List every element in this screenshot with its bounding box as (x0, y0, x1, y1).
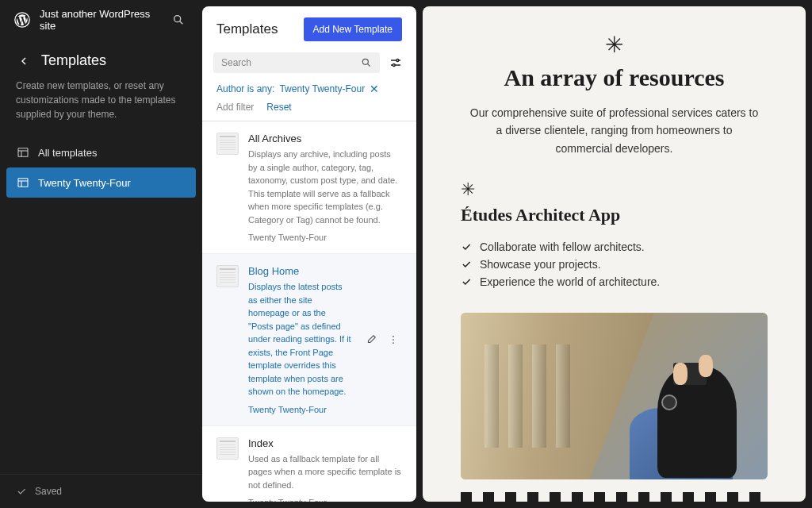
layout-icon (16, 145, 30, 160)
filter-settings-button[interactable] (386, 53, 405, 72)
topbar: Just another WordPress site (0, 0, 202, 40)
asterisk-icon: ✳ (461, 32, 768, 58)
check-icon (461, 259, 472, 270)
layout-icon (16, 175, 30, 190)
svg-point-9 (362, 59, 368, 64)
check-icon (16, 486, 27, 497)
template-body: All Archives Displays any archive, inclu… (248, 133, 402, 242)
save-status: Saved (35, 486, 62, 497)
sidebar-footer: Saved (0, 474, 202, 508)
chip-close-icon[interactable]: ✕ (370, 83, 379, 95)
list-item-text: Collaborate with fellow architects. (480, 241, 645, 253)
list-item: Experience the world of architecture. (461, 273, 768, 291)
check-icon (461, 276, 472, 287)
filter-actions: Add filter Reset (202, 102, 416, 121)
template-author: Twenty Twenty-Four (248, 498, 402, 502)
preview-image (461, 313, 768, 479)
filter-chips: Author is any: Twenty Twenty-Four ✕ (202, 81, 416, 102)
template-description: Displays any archive, including posts by… (248, 148, 402, 226)
search-icon (361, 57, 372, 68)
template-thumbnail (216, 265, 239, 287)
asterisk-icon: ✳ (461, 179, 768, 200)
template-description: Displays the latest posts as either the … (248, 280, 353, 398)
more-options-button[interactable] (385, 331, 402, 348)
panel-header: Templates (0, 40, 202, 79)
list-item-text: Showcase your projects. (480, 258, 601, 271)
template-name: Blog Home (248, 265, 353, 277)
list-item: Collaborate with fellow architects. (461, 238, 768, 256)
panel-description: Create new templates, or reset any custo… (0, 79, 202, 137)
template-preview: ✳ An array of resources Our comprehensiv… (423, 6, 806, 502)
template-name: All Archives (248, 133, 402, 144)
nav-label: All templates (38, 147, 97, 159)
edit-button[interactable] (362, 331, 380, 348)
add-filter-link[interactable]: Add filter (216, 102, 254, 113)
template-item-all-archives[interactable]: All Archives Displays any archive, inclu… (202, 121, 416, 254)
nav-item-all-templates[interactable]: All templates (6, 137, 196, 167)
svg-point-1 (174, 16, 181, 22)
templates-panel: Templates Add New Template Author is any… (202, 6, 416, 502)
template-author: Twenty Twenty-Four (248, 405, 353, 414)
search-input[interactable] (221, 57, 354, 68)
templates-title: Templates (216, 21, 278, 37)
template-name: Index (248, 437, 402, 449)
preview-title: An array of resources (461, 64, 768, 91)
preview-subtitle: Our comprehensive suite of professional … (461, 104, 768, 157)
svg-line-10 (367, 64, 370, 66)
preview-section-title: Études Architect App (461, 205, 768, 225)
template-description: Used as a fallback template for all page… (248, 452, 402, 492)
template-item-blog-home[interactable]: Blog Home Displays the latest posts as e… (202, 254, 416, 426)
search-row (202, 52, 416, 81)
template-list: All Archives Displays any archive, inclu… (202, 121, 416, 502)
svg-rect-6 (18, 179, 28, 187)
list-item: Showcase your projects. (461, 256, 768, 273)
back-button[interactable] (16, 53, 32, 69)
template-body: Index Used as a fallback template for al… (248, 437, 402, 502)
svg-line-2 (180, 21, 183, 25)
sidebar: Just another WordPress site Templates Cr… (0, 0, 202, 508)
feature-list: Collaborate with fellow architects. Show… (461, 238, 768, 291)
svg-rect-3 (18, 148, 28, 157)
pattern-divider (461, 492, 768, 502)
filter-chip-author[interactable]: Author is any: Twenty Twenty-Four ✕ (213, 81, 382, 97)
add-new-template-button[interactable]: Add New Template (304, 17, 403, 41)
template-actions (362, 265, 402, 414)
template-item-index[interactable]: Index Used as a fallback template for al… (202, 426, 416, 502)
svg-point-12 (396, 60, 399, 62)
nav-item-twenty-twenty-four[interactable]: Twenty Twenty-Four (6, 167, 196, 198)
templates-header: Templates Add New Template (202, 6, 416, 52)
check-icon (461, 241, 472, 252)
global-search-button[interactable] (167, 9, 190, 31)
template-body: Blog Home Displays the latest posts as e… (248, 265, 353, 414)
svg-point-16 (393, 339, 394, 341)
svg-point-17 (393, 342, 394, 344)
svg-point-15 (393, 336, 394, 337)
panel-title: Templates (41, 52, 106, 69)
search-box (213, 52, 380, 73)
wordpress-logo-icon[interactable] (13, 10, 32, 29)
nav-label: Twenty Twenty-Four (38, 177, 131, 189)
reset-link[interactable]: Reset (266, 102, 291, 113)
chip-value: Twenty Twenty-Four (279, 83, 365, 94)
site-title[interactable]: Just another WordPress site (40, 8, 159, 32)
template-thumbnail (216, 437, 239, 460)
template-author: Twenty Twenty-Four (248, 233, 402, 242)
svg-point-14 (393, 64, 395, 67)
sidebar-nav: All templates Twenty Twenty-Four (0, 137, 202, 198)
chip-prefix: Author is any: (216, 83, 274, 94)
list-item-text: Experience the world of architecture. (480, 275, 660, 288)
template-thumbnail (216, 133, 239, 155)
